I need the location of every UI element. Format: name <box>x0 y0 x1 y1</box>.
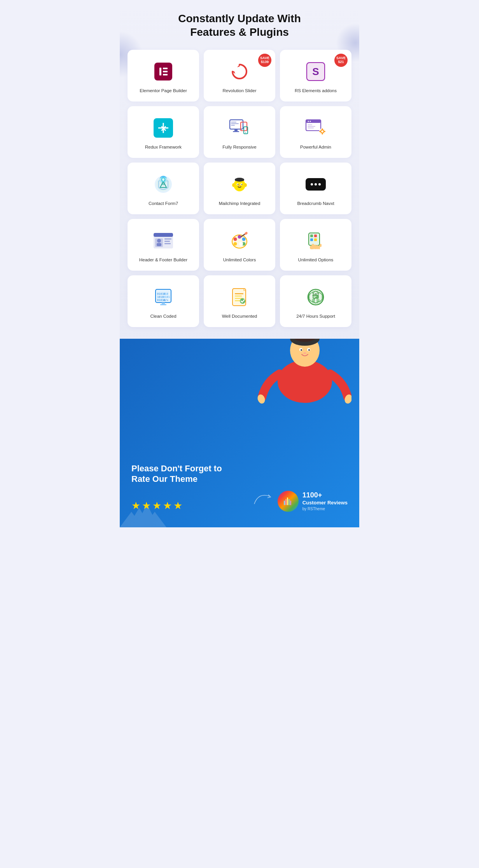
star-3: ★ <box>152 500 161 512</box>
svg-rect-79 <box>310 245 313 249</box>
star-4: ★ <box>163 500 172 512</box>
cta-bottom-row: ★ ★ ★ ★ ★ <box>131 491 348 512</box>
feature-label: Header & Footer Builder <box>139 257 187 263</box>
feature-card-cf7[interactable]: Contact Form7 <box>128 163 199 214</box>
svg-point-113 <box>303 352 306 354</box>
svg-rect-104 <box>313 297 315 298</box>
feature-card-responsive[interactable]: Fully Responsive <box>204 106 275 158</box>
svg-rect-26 <box>308 124 312 125</box>
svg-rect-77 <box>316 245 318 249</box>
breadcrumb-icon <box>305 173 327 195</box>
svg-rect-73 <box>310 238 313 241</box>
feature-card-rs-elements[interactable]: SAVE $21 S RS Elements addons <box>280 50 351 102</box>
feature-card-documented[interactable]: Well Documented <box>204 275 275 327</box>
svg-point-66 <box>239 242 243 246</box>
star-1: ★ <box>131 500 140 512</box>
svg-rect-31 <box>322 128 323 130</box>
arrow-decoration <box>250 488 274 508</box>
feature-card-elementor[interactable]: Elementor Page Builder <box>128 50 199 102</box>
svg-rect-120 <box>290 500 291 505</box>
svg-rect-76 <box>314 245 316 249</box>
feature-label: Clean Coded <box>150 313 176 319</box>
svg-rect-3 <box>163 71 168 72</box>
svg-rect-96 <box>235 300 240 301</box>
svg-rect-94 <box>235 296 242 297</box>
feature-label: Mailchimp Integrated <box>219 201 260 206</box>
cta-content: Please Don't Forget to Rate Our Theme ★ … <box>131 424 348 512</box>
svg-rect-14 <box>233 131 239 132</box>
revolution-icon <box>229 61 250 82</box>
svg-rect-21 <box>231 125 235 126</box>
support-icon: 24/7 <box>305 286 327 308</box>
svg-rect-55 <box>157 243 161 246</box>
star-2: ★ <box>142 500 151 512</box>
svg-rect-27 <box>308 126 315 127</box>
feature-card-mailchimp[interactable]: Mailchimp Integrated <box>204 163 275 214</box>
svg-point-61 <box>234 237 237 241</box>
elementor-icon <box>152 61 174 82</box>
svg-text:110: 110 <box>163 292 168 296</box>
svg-rect-28 <box>308 128 314 128</box>
svg-point-112 <box>308 349 310 351</box>
mailchimp-icon <box>229 173 250 195</box>
feature-card-colors[interactable]: Unlimited Colors <box>204 219 275 271</box>
svg-text:S: S <box>312 66 319 77</box>
star-5: ★ <box>173 500 182 512</box>
reviews-badge-icon <box>278 491 299 512</box>
reviews-count: 1100+ <box>302 491 348 500</box>
svg-rect-58 <box>164 243 171 244</box>
svg-rect-32 <box>322 133 323 135</box>
options-icon <box>305 230 327 252</box>
colors-icon <box>229 230 250 252</box>
feature-label: Unlimited Options <box>298 257 334 263</box>
svg-point-65 <box>234 242 237 245</box>
feature-card-breadcrumb[interactable]: Breadcrumb Navxt <box>280 163 351 214</box>
person-illustration <box>227 339 351 420</box>
svg-rect-118 <box>288 499 290 505</box>
svg-rect-33 <box>319 131 321 132</box>
svg-rect-93 <box>235 293 243 294</box>
person-container <box>131 339 348 424</box>
feature-label: Unlimited Colors <box>223 257 256 263</box>
feature-card-redux[interactable]: ✕ Redux Framework <box>128 106 199 158</box>
svg-point-25 <box>310 121 311 122</box>
svg-rect-34 <box>324 131 325 132</box>
redux-icon: ✕ <box>152 117 174 139</box>
feature-label: Fully Responsive <box>222 144 257 150</box>
page-wrapper: Constantly Update With Features & Plugin… <box>120 0 359 527</box>
svg-point-63 <box>242 237 246 241</box>
feature-card-header-footer[interactable]: Header & Footer Builder <box>128 219 199 271</box>
feature-card-clean-coded[interactable]: 01010 1010 01010 110 0101 </> Clean Code… <box>128 275 199 327</box>
header-footer-icon <box>152 230 174 252</box>
svg-rect-4 <box>163 74 168 75</box>
features-grid: Elementor Page Builder SAVE $139 Revolut… <box>128 50 351 327</box>
svg-rect-1 <box>159 68 161 75</box>
reviews-text: 1100+ Customer Reviews by RSTheme <box>302 491 348 511</box>
svg-text:1010: 1010 <box>157 296 164 299</box>
svg-point-111 <box>301 349 302 351</box>
reviews-container: 1100+ Customer Reviews by RSTheme <box>278 491 348 512</box>
svg-rect-102 <box>313 295 319 299</box>
feature-label: Redux Framework <box>145 144 182 150</box>
page-title: Constantly Update With Features & Plugin… <box>128 12 351 39</box>
svg-rect-13 <box>234 129 238 131</box>
feature-label: RS Elements addons <box>295 88 337 94</box>
reviews-sub: by RSTheme <box>302 506 348 511</box>
rs-elements-icon: S <box>305 61 327 82</box>
svg-point-49 <box>233 184 234 186</box>
feature-label: Revolution Slider <box>223 88 257 94</box>
svg-rect-117 <box>285 499 287 505</box>
feature-card-admin[interactable]: Powerful Admin <box>280 106 351 158</box>
feature-card-revolution[interactable]: SAVE $139 Revolution Slider <box>204 50 275 102</box>
feature-card-options[interactable]: Unlimited Options <box>280 219 351 271</box>
feature-label: Well Documented <box>222 313 257 319</box>
save-badge-revolution: SAVE $139 <box>258 54 271 67</box>
svg-point-46 <box>238 185 241 187</box>
cf7-icon <box>152 173 174 195</box>
feature-label: Breadcrumb Navxt <box>297 201 334 206</box>
svg-rect-52 <box>154 233 173 237</box>
svg-point-54 <box>157 239 161 243</box>
svg-rect-80 <box>320 244 322 247</box>
stars-row: ★ ★ ★ ★ ★ <box>131 500 182 512</box>
feature-card-support[interactable]: 24/7 24/7 Hours Support <box>280 275 351 327</box>
